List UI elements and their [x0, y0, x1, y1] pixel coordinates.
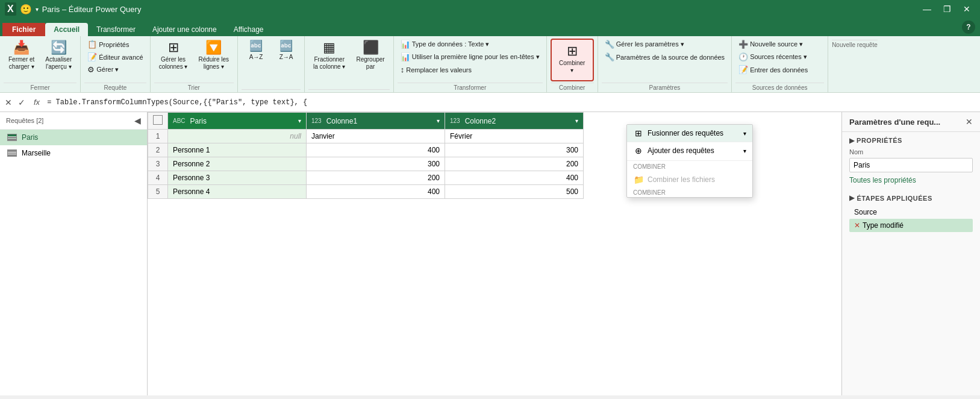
ribbon-group-nouvelle-requete: Nouvelle requête [828, 36, 881, 92]
tab-ajouter-colonne[interactable]: Ajouter une colonne [144, 23, 225, 36]
colonne1-cell-2: 400 [307, 143, 445, 157]
ribbon-group-fractionner: ▦ Fractionnerla colonne ▾ ⬛ Regrouperpar [305, 36, 394, 92]
proprietes-button[interactable]: 📋 Propriétés [84, 39, 132, 50]
combine-dropdown: ⊞ Fusionner des requêtes ▾ ⊕ Ajouter des… [626, 124, 753, 198]
tab-affichage[interactable]: Affichage [225, 23, 272, 36]
combiner-fichiers-icon: 📁 [633, 175, 644, 184]
editeur-avance-button[interactable]: 📝 Éditeur avancé [84, 51, 146, 63]
name-label: Nom [849, 148, 973, 156]
name-input[interactable] [849, 158, 973, 172]
trier2-group-label [242, 89, 301, 91]
table-row: 1 null Janvier Février [148, 130, 584, 143]
colonne2-cell-5: 500 [445, 185, 584, 199]
gerer-label: Gérer ▾ [96, 66, 119, 74]
parametres-source-button[interactable]: 🔧 Paramètres de la source de données [602, 51, 728, 63]
actualiser-label: Actualiserl'aperçu ▾ [45, 56, 72, 71]
formula-cancel-button[interactable]: ✕ [2, 96, 14, 108]
all-properties-link[interactable]: Toutes les propriétés [849, 176, 973, 184]
combiner-section-label: Combiner [627, 162, 752, 171]
tab-fichier[interactable]: Fichier [2, 23, 45, 36]
gerer-parametres-label: Gérer les paramètres ▾ [616, 40, 684, 48]
fractionner-button[interactable]: ▦ Fractionnerla colonne ▾ [308, 39, 350, 72]
za-sort-button[interactable]: 🔤 Z→A [272, 39, 301, 62]
step-delete-icon[interactable]: ✕ [854, 221, 860, 230]
colonne2-col-dropdown[interactable]: ▾ [575, 118, 578, 124]
colonne1-cell-3: 300 [307, 157, 445, 171]
premiere-ligne-button[interactable]: 📊 Utiliser la première ligne pour les en… [398, 51, 543, 63]
properties-close-button[interactable]: ✕ [966, 117, 973, 127]
tab-accueil[interactable]: Accueil [45, 23, 88, 36]
ajouter-requetes-item[interactable]: ⊕ Ajouter des requêtes ▾ [627, 142, 752, 159]
editeur-label: Éditeur avancé [99, 54, 143, 61]
reduire-lignes-button[interactable]: 🔽 Réduire leslignes ▾ [193, 39, 234, 72]
colonne2-cell-4: 400 [445, 171, 584, 185]
table-row: 3 Personne 2 300 200 [148, 157, 584, 171]
tab-transformer[interactable]: Transformer [88, 23, 144, 36]
az-sort-button[interactable]: 🔤 A→Z [242, 39, 270, 62]
title-bar-controls: — ❐ ✕ [918, 0, 975, 19]
queries-header: Requêtes [2] ◀ [0, 112, 147, 130]
za-label: Z→A [279, 54, 293, 61]
regrouper-button[interactable]: ⬛ Regrouperpar [351, 39, 389, 72]
entrer-donnees-icon: 📝 [738, 65, 748, 74]
steps-triangle: ▶ [849, 194, 855, 202]
actualiser-button[interactable]: 🔄 Actualiserl'aperçu ▾ [40, 39, 76, 72]
step-type-modifie[interactable]: ✕ Type modifié [849, 219, 973, 232]
gerer-parametres-button[interactable]: 🔧 Gérer les paramètres ▾ [602, 39, 687, 50]
row-num-2: 2 [148, 143, 168, 157]
ribbon-group-transformer: 📊 Type de données : Texte ▾ 📊 Utiliser l… [394, 36, 547, 92]
requete-group-label: Requête [84, 83, 146, 91]
fusionner-requetes-item[interactable]: ⊞ Fusionner des requêtes ▾ [627, 125, 752, 142]
entrer-donnees-label: Entrer des données [750, 66, 808, 74]
query-item-paris[interactable]: Paris [0, 130, 147, 145]
ajouter-requetes-label: Ajouter des requêtes [648, 146, 714, 155]
restore-button[interactable]: ❐ [938, 0, 956, 19]
proprietes-label: Propriétés [99, 41, 129, 48]
entrer-donnees-button[interactable]: 📝 Entrer des données [735, 64, 811, 75]
main-area: Requêtes [2] ◀ Paris Marseille [0, 112, 980, 395]
ribbon-group-parametres: 🔧 Gérer les paramètres ▾ 🔧 Paramètres de… [598, 36, 732, 92]
formula-confirm-button[interactable]: ✓ [16, 96, 28, 108]
combiner-button[interactable]: ⊞ Combiner▾ [554, 42, 590, 75]
steps-header: ▶ ÉTAPES APPLIQUÉES [849, 194, 973, 202]
remplacer-button[interactable]: ↕ Remplacer les valeurs [398, 64, 475, 75]
fusionner-icon: ⊞ [633, 128, 644, 138]
colonne1-cell-4: 200 [307, 171, 445, 185]
quick-access-arrow[interactable]: ▾ [36, 6, 39, 13]
fusionner-arrow: ▾ [743, 130, 746, 137]
combiner-icon: ⊞ [567, 43, 578, 59]
steps-section: ▶ ÉTAPES APPLIQUÉES Source ✕ Type modifi… [842, 189, 980, 237]
gerer-colonnes-button[interactable]: ⊞ Gérer lescolonnes ▾ [154, 39, 193, 72]
colonne2-cell-3: 200 [445, 157, 584, 171]
trier-group-label: Trier [154, 83, 234, 91]
fermer-charger-button[interactable]: 📥 Fermer etcharger ▾ [4, 39, 39, 72]
type-donnees-button[interactable]: 📊 Type de données : Texte ▾ [398, 39, 493, 50]
minimize-button[interactable]: — [918, 0, 936, 19]
step-source[interactable]: Source [849, 206, 973, 219]
gerer-button[interactable]: ⚙ Gérer ▾ [84, 64, 122, 75]
properties-title-text: Paramètres d'une requ... [849, 118, 940, 127]
colonne1-header-inner: 123 Colonne1 ▾ [311, 117, 440, 125]
formula-input[interactable] [46, 97, 978, 108]
sources-recentes-button[interactable]: 🕐 Sources récentes ▾ [735, 51, 810, 63]
query-marseille-icon [7, 149, 17, 157]
query-item-marseille[interactable]: Marseille [0, 145, 147, 161]
fusionner-label: Fusionner des requêtes [648, 129, 723, 137]
dropdown-divider [627, 160, 752, 161]
query-paris-label: Paris [22, 133, 38, 142]
paris-col-dropdown[interactable]: ▾ [298, 118, 301, 124]
ajouter-requetes-arrow: ▾ [743, 148, 746, 154]
help-button[interactable]: ? [962, 20, 975, 34]
nouvelle-source-button[interactable]: ➕ Nouvelle source ▾ [735, 39, 806, 50]
paris-cell-2: Personne 1 [168, 143, 307, 157]
gerer-icon: ⚙ [87, 65, 95, 74]
colonne1-type-badge: 123 [311, 118, 322, 124]
colonne1-col-dropdown[interactable]: ▾ [437, 118, 440, 124]
transformer-group-label: Transformer [398, 83, 543, 91]
requete-buttons: 📋 Propriétés 📝 Éditeur avancé ⚙ Gérer ▾ [84, 39, 146, 81]
type-donnees-label: Type de données : Texte ▾ [412, 40, 490, 48]
paris-col-header-inner: ABC Paris ▾ [173, 117, 301, 125]
gerer-parametres-icon: 🔧 [605, 40, 614, 49]
close-button[interactable]: ✕ [958, 0, 975, 19]
collapse-icon[interactable]: ◀ [134, 116, 141, 125]
